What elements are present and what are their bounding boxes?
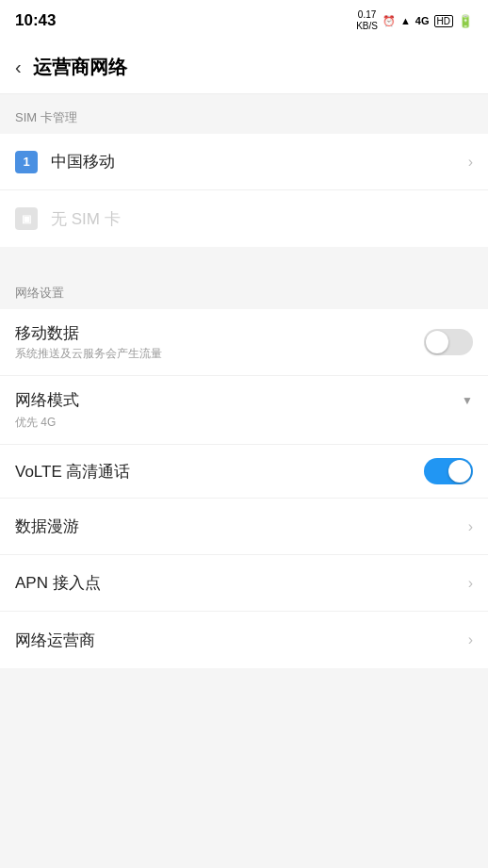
data-roaming-chevron-icon: › [468,518,473,535]
hd-icon: HD [434,15,453,27]
page-title: 运营商网络 [33,55,127,80]
back-button[interactable]: ‹ [15,57,22,78]
sim2-item[interactable]: ▣ 无 SIM 卡 [0,190,488,247]
sim1-badge: 1 [15,151,38,173]
mobile-data-toggle[interactable] [424,329,473,355]
page-header: ‹ 运营商网络 [0,41,488,94]
sim1-chevron-icon: › [468,154,473,171]
volte-toggle-knob [448,460,471,483]
apn-text: APN 接入点 [15,572,468,594]
data-roaming-title: 数据漫游 [15,516,468,537]
spacer2 [0,258,488,270]
mobile-data-subtitle: 系统推送及云服务会产生流量 [15,346,424,362]
data-roaming-text: 数据漫游 [15,516,468,537]
battery-icon: 🔋 [458,14,473,28]
network-operator-chevron-icon: › [468,631,473,648]
sim1-text: 中国移动 [51,151,468,172]
status-icons: 0.17KB/S ⏰ ▲ 4G HD 🔋 [356,9,473,32]
network-operator-title: 网络运营商 [15,630,468,651]
volte-toggle[interactable] [424,458,473,484]
wifi-icon: ▲ [400,15,411,26]
network-mode-subtitle: 优先 4G [15,415,473,431]
network-mode-dropdown-icon: ▼ [462,394,473,407]
mobile-data-toggle-knob [426,331,448,353]
network-operator-text: 网络运营商 [15,630,468,651]
spacer1 [0,247,488,258]
sim1-title: 中国移动 [51,151,468,172]
sim2-badge: ▣ [15,207,38,230]
sim-section-label: SIM 卡管理 [0,94,488,134]
status-time: 10:43 [15,11,56,30]
network-settings-list: 移动数据 系统推送及云服务会产生流量 网络模式 ▼ 优先 4G VoLTE 高清… [0,309,488,668]
sim2-title: 无 SIM 卡 [51,208,473,230]
volte-item[interactable]: VoLTE 高清通话 [0,445,488,499]
alarm-icon: ⏰ [382,15,396,27]
network-mode-item[interactable]: 网络模式 ▼ 优先 4G [0,376,488,445]
data-roaming-item[interactable]: 数据漫游 › [0,499,488,555]
network-speed-icon: 0.17KB/S [356,9,378,32]
sim2-text: 无 SIM 卡 [51,208,473,230]
cellular-4g-icon: 4G [415,15,430,26]
network-operator-item[interactable]: 网络运营商 › [0,612,488,668]
volte-title: VoLTE 高清通话 [15,461,424,483]
apn-title: APN 接入点 [15,572,468,594]
status-bar: 10:43 0.17KB/S ⏰ ▲ 4G HD 🔋 [0,0,488,41]
sim1-item[interactable]: 1 中国移动 › [0,134,488,190]
sim-card-list: 1 中国移动 › ▣ 无 SIM 卡 [0,134,488,247]
mobile-data-title: 移动数据 [15,322,424,344]
apn-item[interactable]: APN 接入点 › [0,555,488,612]
network-mode-title: 网络模式 [15,389,79,411]
apn-chevron-icon: › [468,575,473,592]
mobile-data-item[interactable]: 移动数据 系统推送及云服务会产生流量 [0,309,488,376]
network-section-label: 网络设置 [0,270,488,309]
